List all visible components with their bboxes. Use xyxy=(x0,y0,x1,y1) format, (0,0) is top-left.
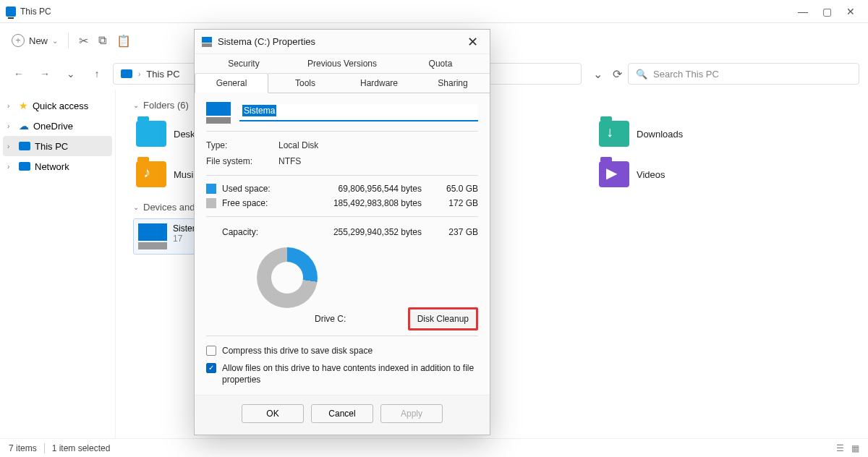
new-button[interactable]: + New ⌄ xyxy=(12,34,58,47)
cut-icon[interactable]: ✂ xyxy=(79,34,88,48)
type-value: Local Disk xyxy=(278,140,478,150)
free-bytes: 185,492,983,808 bytes xyxy=(302,198,435,208)
tab-general[interactable]: General xyxy=(195,73,268,93)
cloud-icon: ☁ xyxy=(19,120,29,132)
sidebar-item-this-pc[interactable]: › This PC xyxy=(3,136,112,156)
free-swatch xyxy=(206,198,216,208)
volume-name-value: Sistema xyxy=(242,105,276,116)
close-button[interactable]: ✕ xyxy=(463,34,482,50)
sidebar-item-quick-access[interactable]: › ★ Quick access xyxy=(3,95,112,116)
capacity-row: Capacity: 255,299,940,352 bytes 237 GB xyxy=(206,223,478,242)
capacity-bytes: 255,299,940,352 bytes xyxy=(302,227,435,237)
folder-icon xyxy=(136,121,166,147)
chevron-down-icon[interactable]: ⌄ xyxy=(593,67,603,81)
search-placeholder: Search This PC xyxy=(653,69,719,80)
folder-tile-downloads[interactable]: ↓ Downloads xyxy=(596,116,741,151)
folder-icon: ↓ xyxy=(599,121,629,147)
sidebar: › ★ Quick access › ☁ OneDrive › This PC … xyxy=(0,90,116,438)
breadcrumb-text: This PC xyxy=(146,69,179,80)
up-button[interactable]: ↑ xyxy=(87,64,107,84)
index-checkbox-row[interactable]: ✓ Allow files on this drive to have cont… xyxy=(206,359,478,388)
play-icon: ▶ xyxy=(606,164,617,181)
capacity-gb: 237 GB xyxy=(435,227,478,237)
back-button[interactable]: ← xyxy=(9,64,29,84)
new-label: New xyxy=(29,35,48,46)
sidebar-item-label: OneDrive xyxy=(33,121,73,132)
search-icon: 🔍 xyxy=(636,69,647,80)
tab-quota[interactable]: Quota xyxy=(391,54,490,73)
network-icon xyxy=(19,162,30,171)
free-label: Free space: xyxy=(222,198,302,208)
list-view-icon[interactable]: ☰ xyxy=(836,443,844,453)
fs-value: NTFS xyxy=(278,156,478,166)
drive-icon xyxy=(206,102,231,124)
used-bytes: 69,806,956,544 bytes xyxy=(302,184,435,194)
folders-header-label: Folders (6) xyxy=(143,100,189,111)
monitor-icon xyxy=(121,69,132,78)
tab-previous-versions[interactable]: Previous Versions xyxy=(293,54,391,73)
tab-hardware[interactable]: Hardware xyxy=(342,73,416,93)
tab-sharing[interactable]: Sharing xyxy=(416,73,490,93)
dialog-title: Sistema (C:) Properties xyxy=(218,36,315,47)
type-label: Type: xyxy=(206,140,278,150)
folder-icon: ♪ xyxy=(136,161,166,187)
star-icon: ★ xyxy=(19,100,28,111)
status-selected: 1 item selected xyxy=(52,443,111,453)
apply-button[interactable]: Apply xyxy=(380,404,443,423)
compress-checkbox[interactable] xyxy=(206,346,216,356)
tile-label: Downloads xyxy=(637,129,683,140)
chevron-down-icon: ⌄ xyxy=(52,37,58,45)
tab-security[interactable]: Security xyxy=(195,54,293,73)
sidebar-item-network[interactable]: › Network xyxy=(3,156,112,176)
refresh-icon[interactable]: ⟳ xyxy=(613,67,622,81)
free-space-row: Free space: 185,492,983,808 bytes 172 GB xyxy=(206,196,478,210)
sidebar-item-label: This PC xyxy=(35,141,68,152)
volume-name-input[interactable]: Sistema xyxy=(239,104,478,121)
ok-button[interactable]: OK xyxy=(242,404,304,423)
capacity-label: Capacity: xyxy=(206,227,302,237)
compress-checkbox-row[interactable]: Compress this drive to save disk space xyxy=(206,342,478,359)
dialog-titlebar: Sistema (C:) Properties ✕ xyxy=(195,30,490,54)
plus-icon: + xyxy=(12,34,25,47)
recent-button[interactable]: ⌄ xyxy=(61,64,81,84)
tile-label: Videos xyxy=(637,169,665,180)
chevron-right-icon: › xyxy=(7,142,14,150)
tabs: Security Previous Versions Quota General… xyxy=(195,54,490,93)
forward-button[interactable]: → xyxy=(35,64,55,84)
disk-cleanup-button[interactable]: Disk Cleanup xyxy=(408,307,478,330)
drive-icon xyxy=(202,37,212,47)
chevron-down-icon: ⌄ xyxy=(133,101,139,109)
chevron-right-icon: › xyxy=(7,102,14,110)
monitor-icon xyxy=(19,142,30,150)
maximize-button[interactable]: ▢ xyxy=(822,6,832,17)
paste-icon[interactable]: 📋 xyxy=(116,34,131,48)
status-items: 7 items xyxy=(9,443,37,453)
minimize-button[interactable]: — xyxy=(798,6,808,17)
drive-icon xyxy=(138,223,167,249)
window-title: This PC xyxy=(20,7,51,17)
usage-pie-chart xyxy=(257,247,318,308)
sidebar-item-label: Network xyxy=(35,161,69,172)
properties-dialog: Sistema (C:) Properties ✕ Security Previ… xyxy=(194,29,490,435)
free-gb: 172 GB xyxy=(435,198,478,208)
folder-icon: ▶ xyxy=(599,161,629,187)
sidebar-item-label: Quick access xyxy=(33,101,88,111)
fs-label: File system: xyxy=(206,156,278,166)
used-swatch xyxy=(206,184,216,194)
compress-label: Compress this drive to save disk space xyxy=(222,345,373,356)
cancel-button[interactable]: Cancel xyxy=(311,404,373,423)
folder-tile-videos[interactable]: ▶ Videos xyxy=(596,157,741,192)
music-icon: ♪ xyxy=(143,164,150,181)
grid-view-icon[interactable]: ▦ xyxy=(851,443,859,453)
drive-label: Drive C: xyxy=(315,314,346,324)
app-icon xyxy=(6,7,16,17)
index-checkbox[interactable]: ✓ xyxy=(206,363,216,373)
tab-tools[interactable]: Tools xyxy=(268,73,342,93)
copy-icon[interactable]: ⧉ xyxy=(98,34,106,47)
divider xyxy=(68,33,69,48)
search-input[interactable]: 🔍 Search This PC xyxy=(628,63,859,85)
close-button[interactable]: ✕ xyxy=(846,6,855,17)
sidebar-item-onedrive[interactable]: › ☁ OneDrive xyxy=(3,116,112,136)
window-controls: — ▢ ✕ xyxy=(798,6,862,17)
dialog-footer: OK Cancel Apply xyxy=(195,395,490,435)
